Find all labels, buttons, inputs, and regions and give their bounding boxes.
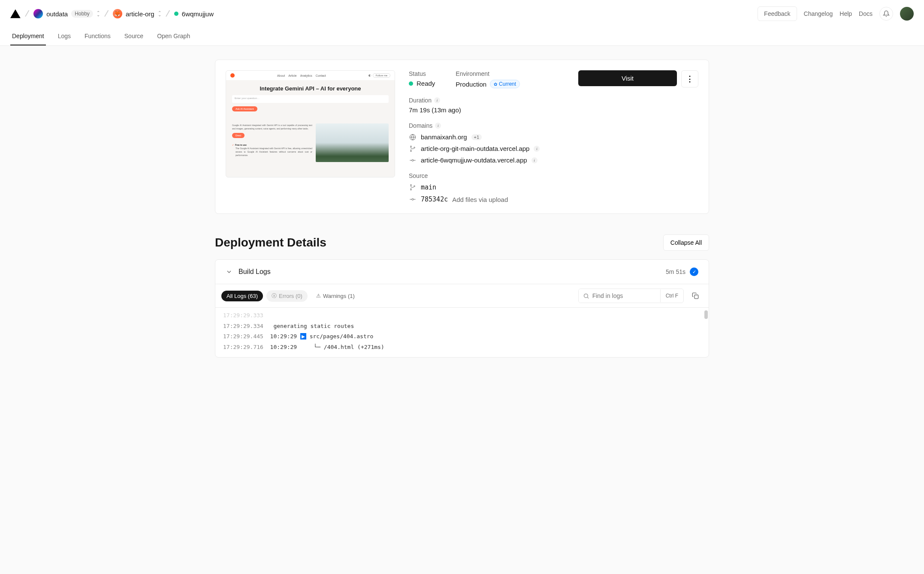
build-logs-title: Build Logs <box>239 268 271 276</box>
plan-badge: Hobby <box>71 10 93 18</box>
deployment-tabs: Deployment Logs Functions Source Open Gr… <box>0 27 924 45</box>
status-label: Status <box>409 70 435 77</box>
current-badge: Current <box>490 80 520 88</box>
build-duration: 5m 51s <box>666 268 685 275</box>
svg-line-15 <box>587 297 589 298</box>
project-name: article-org <box>126 10 154 18</box>
source-branch[interactable]: main <box>409 183 565 191</box>
log-search-input[interactable] <box>579 289 660 303</box>
status-dot-icon <box>409 81 413 86</box>
bell-icon <box>883 10 890 17</box>
duration-label: Duration <box>409 97 432 104</box>
preview-input: Enter your question… <box>232 95 389 103</box>
tab-logs[interactable]: Logs <box>56 27 72 45</box>
log-output: 17:29:29.333 17:29:29.334 generating sta… <box>215 308 709 357</box>
filter-errors[interactable]: ⓧErrors (0) <box>266 290 308 302</box>
branch-icon <box>409 184 417 191</box>
filter-all-logs[interactable]: All Logs (63) <box>221 291 263 301</box>
visit-button[interactable]: Visit <box>578 70 677 86</box>
build-logs-header[interactable]: Build Logs 5m 51s ✓ <box>215 260 709 284</box>
status-dot-icon <box>174 12 178 16</box>
domain-text: article-org-git-main-outdata.vercel.app <box>421 145 529 152</box>
breadcrumb-separator: / <box>165 8 170 20</box>
feedback-button[interactable]: Feedback <box>758 6 797 21</box>
preview-logo-icon <box>230 73 235 78</box>
collapse-all-button[interactable]: Collapse All <box>663 234 709 251</box>
domain-item[interactable]: banmaixanh.org +1 <box>409 133 565 141</box>
info-icon[interactable]: i <box>435 123 441 129</box>
preview-direct-button: Direct <box>232 133 245 138</box>
check-circle-icon: ✓ <box>690 267 698 276</box>
preview-nav-item: Article <box>288 74 296 77</box>
help-link[interactable]: Help <box>839 10 852 17</box>
preview-nav-item: About <box>277 74 285 77</box>
breadcrumb-project[interactable]: 🦊 article-org ⌃⌄ <box>113 9 161 18</box>
info-icon[interactable]: i <box>534 146 540 152</box>
preview-hero-image <box>316 123 389 162</box>
globe-icon <box>409 134 417 141</box>
preview-free-text: The Google AI Assistant integrated with … <box>236 147 312 157</box>
branch-icon <box>409 145 417 152</box>
source-label: Source <box>409 172 565 179</box>
team-selector-icon[interactable]: ⌃⌄ <box>97 12 100 16</box>
svg-point-3 <box>414 147 415 148</box>
tab-open-graph[interactable]: Open Graph <box>155 27 192 45</box>
chevron-down-icon <box>226 268 233 275</box>
domains-label: Domains <box>409 122 432 129</box>
domain-extra-badge[interactable]: +1 <box>471 134 482 140</box>
filter-warnings[interactable]: ⚠Warnings (1) <box>311 291 360 301</box>
deployment-details-title: Deployment Details <box>215 236 326 249</box>
vercel-logo-icon[interactable] <box>10 9 21 19</box>
deployment-menu-button[interactable]: ⋮ <box>681 70 698 87</box>
commit-icon <box>409 157 417 164</box>
changelog-link[interactable]: Changelog <box>804 10 833 17</box>
duration-value: 7m 19s (13m ago) <box>409 106 565 114</box>
svg-point-14 <box>584 294 588 298</box>
commit-icon <box>409 196 417 203</box>
warning-icon: ⚠ <box>316 293 321 299</box>
tab-functions[interactable]: Functions <box>83 27 112 45</box>
log-line: 17:29:29.334 generating static routes <box>223 321 701 332</box>
tab-source[interactable]: Source <box>123 27 145 45</box>
info-icon[interactable]: i <box>531 157 537 163</box>
breadcrumb: / outdata Hobby ⌃⌄ / 🦊 article-org ⌃⌄ / … <box>10 8 214 19</box>
scrollbar[interactable] <box>704 310 708 319</box>
svg-point-11 <box>412 198 414 200</box>
preview-nav-item: Analytics <box>300 74 312 77</box>
project-avatar-icon: 🦊 <box>113 9 122 18</box>
domain-text: banmaixanh.org <box>421 133 467 141</box>
domain-item[interactable]: article-6wqmujjuw-outdata.vercel.app i <box>409 156 565 164</box>
preview-blurb: Google AI Assistant integrated with Gemi… <box>232 123 312 130</box>
source-commit[interactable]: 785342c Add files via upload <box>409 195 565 203</box>
commit-sha: 785342c <box>421 195 448 203</box>
preview-nav-item: Contact <box>316 74 326 77</box>
svg-point-8 <box>411 184 412 186</box>
project-selector-icon[interactable]: ⌃⌄ <box>158 12 161 16</box>
preview-free-title: Free to use <box>232 143 312 147</box>
environment-label: Environment <box>456 70 520 77</box>
tab-deployment[interactable]: Deployment <box>10 27 46 45</box>
preview-title: Integrate Gemini API – AI for everyone <box>226 80 395 95</box>
info-icon[interactable]: i <box>434 97 440 103</box>
status-value: Ready <box>417 80 435 87</box>
notifications-button[interactable] <box>879 7 893 21</box>
svg-point-10 <box>411 189 412 190</box>
deployment-preview[interactable]: About Article Analytics Contact ◐Follow … <box>226 70 395 177</box>
copy-logs-button[interactable] <box>688 289 703 303</box>
deployment-id: 6wqmujjuw <box>182 10 214 18</box>
breadcrumb-team[interactable]: outdata Hobby ⌃⌄ <box>33 9 100 18</box>
domain-item[interactable]: article-org-git-main-outdata.vercel.app … <box>409 145 565 152</box>
team-name: outdata <box>46 10 68 18</box>
preview-ask-button: Ask AI Assistant <box>232 106 257 111</box>
breadcrumb-separator: / <box>104 8 109 20</box>
environment-value: Production <box>456 81 486 88</box>
docs-link[interactable]: Docs <box>859 10 873 17</box>
branch-name: main <box>421 183 436 191</box>
user-avatar[interactable] <box>900 7 914 21</box>
svg-rect-16 <box>695 295 698 299</box>
breadcrumb-deployment[interactable]: 6wqmujjuw <box>174 10 214 18</box>
team-avatar-icon <box>33 9 43 18</box>
filter-warnings-label: Warnings (1) <box>323 293 355 299</box>
log-line: 17:29:29.445 10:29:29 ▶ src/pages/404.as… <box>223 331 701 342</box>
dots-vertical-icon: ⋮ <box>686 74 694 84</box>
